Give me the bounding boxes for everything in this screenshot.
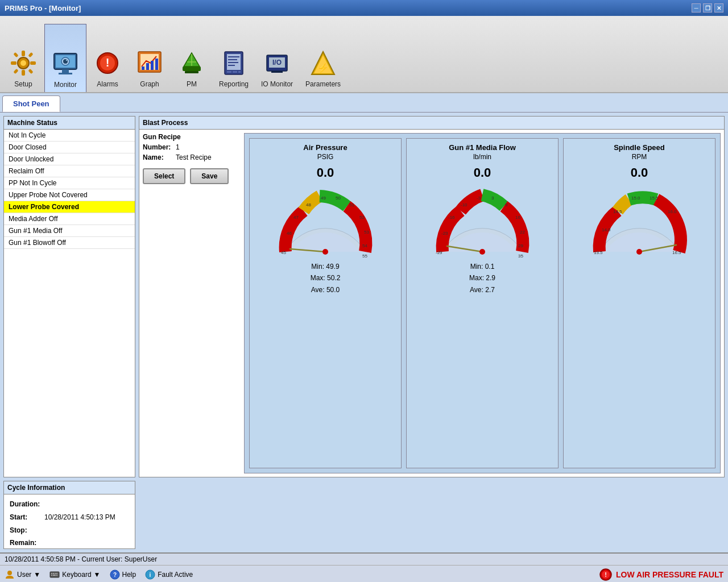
cycle-start-row: Start: 10/28/2011 4:50:13 PM: [10, 511, 129, 524]
minimize-button[interactable]: ─: [692, 3, 701, 13]
svg-point-81: [636, 249, 642, 255]
gun-recipe-title: Gun Recipe: [143, 133, 239, 141]
spindle-speed-title: Spindle Speed: [614, 143, 665, 152]
svg-text:16.0: 16.0: [668, 209, 677, 214]
svg-rect-9: [28, 69, 33, 74]
media-flow-gauge-svg: -29 -23 -16 -10 -3 3 9 16 22 29: [431, 184, 533, 257]
media-flow-gauge: Gun #1 Media Flow lb/min 0.0: [406, 138, 559, 468]
toolbar-pm[interactable]: PM: [171, 24, 213, 92]
toolbar-graph[interactable]: Graph: [129, 24, 171, 92]
status-bottom: User ▼ Keyboard ▼: [0, 566, 728, 582]
toolbar-iomonitor[interactable]: I/O IO Monitor: [255, 24, 299, 92]
spindle-speed-subtitle: RPM: [632, 153, 647, 161]
svg-rect-26: [183, 66, 201, 71]
svg-rect-5: [30, 61, 36, 65]
svg-rect-7: [28, 52, 33, 57]
recipe-buttons: Select Save: [143, 168, 239, 184]
alarms-label: Alarms: [97, 80, 118, 88]
svg-text:3: 3: [491, 196, 494, 201]
svg-text:35: 35: [518, 253, 523, 257]
fault-alert-icon: !: [599, 568, 613, 581]
toolbar-parameters[interactable]: ⚡ Parameters: [299, 24, 347, 92]
save-button[interactable]: Save: [190, 168, 229, 184]
svg-point-16: [66, 60, 67, 61]
air-pressure-gauge: Air Pressure PSIG 0.0: [249, 138, 402, 468]
monitor-label: Monitor: [54, 81, 77, 89]
svg-text:50: 50: [336, 196, 341, 201]
cycle-duration-label: Duration:: [10, 498, 41, 511]
svg-rect-39: [238, 71, 241, 73]
tab-shot-peen[interactable]: Shot Peen: [2, 95, 60, 112]
svg-rect-12: [62, 69, 69, 73]
svg-text:-10: -10: [461, 202, 468, 207]
machine-status-title: Machine Status: [4, 117, 135, 130]
graph-icon: [135, 48, 164, 78]
recipe-number-label: Number:: [143, 143, 171, 151]
restore-button[interactable]: ❒: [703, 3, 712, 13]
blast-process-panel: Blast Process Gun Recipe Number: 1 Name:…: [139, 116, 725, 477]
svg-rect-4: [11, 61, 16, 65]
media-flow-value: 0.0: [474, 165, 491, 180]
svg-rect-25: [155, 59, 158, 70]
svg-text:!: !: [106, 56, 110, 69]
status-lower-probe: Lower Probe Covered: [4, 201, 135, 213]
title-bar: PRIMS Pro - [Monitor] ─ ❒ ✕: [0, 0, 728, 16]
svg-rect-33: [228, 56, 239, 57]
toolbar-setup[interactable]: Setup: [2, 24, 44, 92]
svg-rect-43: [271, 71, 283, 73]
media-flow-title: Gun #1 Media Flow: [449, 143, 516, 152]
svg-text:29: 29: [518, 243, 523, 248]
cycle-stop-row: Stop:: [10, 524, 129, 537]
svg-text:14.5: 14.5: [613, 209, 622, 214]
main-content: Machine Status Not In Cycle Door Closed …: [0, 113, 728, 552]
svg-text:45: 45: [281, 250, 286, 255]
recipe-name-value: Test Recipe: [176, 153, 212, 161]
cycle-stop-label: Stop:: [10, 524, 41, 537]
iomonitor-icon: I/O: [262, 48, 292, 78]
svg-rect-85: [53, 573, 54, 574]
svg-text:I/O: I/O: [272, 59, 282, 66]
status-not-in-cycle: Not In Cycle: [4, 130, 135, 142]
fault-active-button[interactable]: i Fault Active: [145, 569, 193, 580]
svg-text:22: 22: [520, 230, 525, 235]
window-controls: ─ ❒ ✕: [692, 3, 723, 13]
user-button[interactable]: User ▼: [5, 569, 40, 580]
svg-text:-16: -16: [448, 215, 455, 220]
svg-rect-3: [22, 70, 25, 76]
cycle-start-value: 10/28/2011 4:50:13 PM: [44, 511, 115, 524]
gun-recipe-section: Gun Recipe Number: 1 Name: Test Recipe S…: [143, 133, 239, 473]
status-media-adder: Media Adder Off: [4, 213, 135, 225]
spindle-speed-gauge: Spindle Speed RPM 0.0: [563, 138, 715, 468]
air-pressure-title: Air Pressure: [303, 143, 347, 152]
svg-text:-29: -29: [436, 250, 442, 255]
machine-status-panel: Machine Status Not In Cycle Door Closed …: [3, 116, 135, 477]
gauges-area: Air Pressure PSIG 0.0: [244, 133, 721, 473]
status-upper-probe: Upper Probe Not Covered: [4, 189, 135, 201]
setup-label: Setup: [14, 80, 32, 88]
toolbar-monitor[interactable]: Monitor: [44, 24, 86, 92]
air-pressure-value: 0.0: [317, 165, 334, 180]
help-button[interactable]: ? Help: [110, 569, 136, 580]
status-gun1-blowoff: Gun #1 Blowoff Off: [4, 237, 135, 249]
svg-text:9: 9: [505, 202, 508, 207]
svg-text:48: 48: [306, 202, 311, 207]
alarms-icon: !: [93, 48, 122, 78]
keyboard-button[interactable]: Keyboard ▼: [49, 569, 100, 580]
svg-text:15.5: 15.5: [650, 196, 659, 201]
svg-text:55: 55: [362, 253, 367, 257]
recipe-name-row: Name: Test Recipe: [143, 153, 239, 161]
svg-text:47: 47: [293, 215, 299, 220]
svg-rect-88: [51, 575, 52, 576]
svg-text:!: !: [605, 571, 607, 578]
svg-rect-13: [59, 73, 72, 74]
tab-bar: Shot Peen: [0, 93, 728, 113]
close-button[interactable]: ✕: [714, 3, 723, 13]
svg-rect-84: [51, 573, 52, 574]
status-bar: 10/28/2011 4:50:58 PM - Current User: Su…: [0, 552, 728, 582]
toolbar-alarms[interactable]: ! Alarms: [86, 24, 129, 92]
toolbar-reporting[interactable]: Reporting: [213, 24, 255, 92]
cycle-remain-label: Remain:: [10, 537, 41, 550]
svg-text:⚡: ⚡: [317, 63, 329, 73]
svg-text:51: 51: [349, 202, 354, 207]
select-button[interactable]: Select: [143, 168, 185, 184]
